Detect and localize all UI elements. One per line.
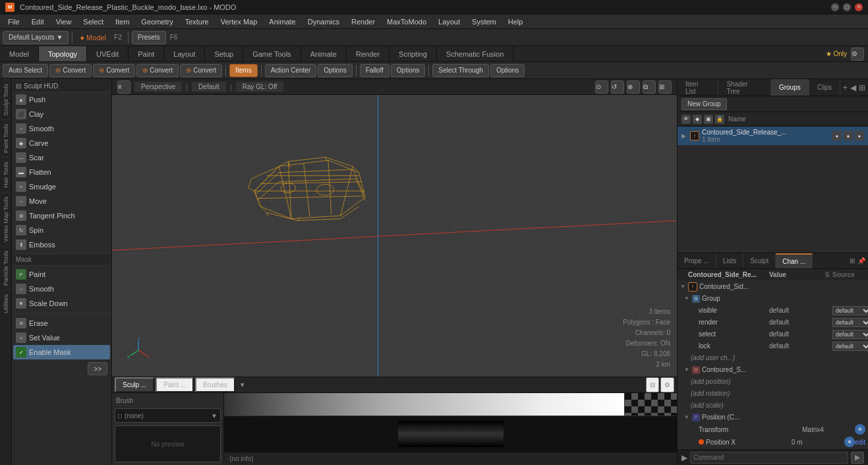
tool-smudge[interactable]: ≈ Smudge [13, 179, 110, 194]
vp-ctrl-4[interactable]: ⧉ [643, 80, 656, 94]
menu-edit[interactable]: Edit [26, 16, 49, 27]
tool-scale-down[interactable]: ▼ Scale Down [13, 296, 110, 311]
select-through-button[interactable]: Select Through [432, 64, 489, 77]
chan-visible-dropdown[interactable]: default [832, 306, 868, 315]
close-button[interactable]: ✕ [855, 3, 863, 11]
menu-dynamics[interactable]: Dynamics [303, 16, 345, 27]
tab-model[interactable]: Model [0, 46, 39, 61]
cmd-run-button[interactable]: ▶ [851, 452, 864, 464]
tab-game-tools[interactable]: Game Tools [243, 46, 301, 61]
tool-carve[interactable]: ◆ Carve [13, 136, 110, 150]
sidebar-hair-tools[interactable]: Hair Tools [1, 157, 11, 192]
vp-ctrl-1[interactable]: ⊙ [595, 80, 608, 94]
command-input[interactable] [690, 452, 848, 464]
viewport-menu-btn[interactable]: ≡ [117, 80, 130, 94]
tool-erase[interactable]: ✕ Erase [13, 316, 110, 330]
tab-paint-bottom[interactable]: Paint ... [156, 377, 194, 392]
chan-pos-x-edit[interactable]: edit [855, 439, 865, 446]
tab-render[interactable]: Render [347, 46, 390, 61]
menu-vertex-map[interactable]: Vertex Map [216, 16, 263, 27]
tab-brushes[interactable]: Brushes [195, 377, 235, 392]
vp-ctrl-5[interactable]: ⊞ [658, 80, 672, 94]
lock-toggle[interactable]: ● [855, 131, 864, 140]
tool-enable-mask[interactable]: ✓ Enable Mask [13, 345, 110, 359]
chan-row-add-rot[interactable]: (add rotation) [678, 388, 868, 400]
convert-btn-4[interactable]: ⊕ Convert [180, 64, 222, 77]
render-toggle[interactable]: ● [844, 131, 853, 140]
tool-move[interactable]: ↔ Move [13, 194, 110, 208]
options-btn-3[interactable]: Options [490, 64, 525, 77]
perspective-label[interactable]: Perspective [134, 82, 182, 92]
maximize-button[interactable]: □ [843, 3, 851, 11]
chan-expand-pos-sec[interactable]: ▼ [684, 414, 692, 420]
tab-clips[interactable]: Clips [809, 79, 840, 96]
vis-toggle[interactable]: ● [832, 131, 842, 140]
action-center-button[interactable]: Action Center [265, 64, 317, 77]
menu-item[interactable]: Item [110, 16, 134, 27]
ray-gl-label[interactable]: Ray GL: Off [236, 82, 284, 92]
menu-select[interactable]: Select [78, 16, 109, 27]
tab-lists[interactable]: Lists [716, 253, 744, 268]
tab-layout[interactable]: Layout [164, 46, 205, 61]
tool-mask-paint[interactable]: P Paint [13, 267, 110, 282]
convert-btn-3[interactable]: ⊕ Convert [136, 64, 179, 77]
convert-btn-2[interactable]: ⊕ Convert [93, 64, 135, 77]
chan-select-dropdown[interactable]: default [832, 330, 868, 339]
chan-transform-link[interactable]: ⊕ [855, 424, 865, 435]
expand-panel-icon[interactable]: ⊞ [859, 83, 865, 92]
vp-ctrl-3[interactable]: ⊕ [627, 80, 640, 94]
props-expand-icon[interactable]: ⊞ [850, 257, 855, 264]
plus-icon[interactable]: + [843, 83, 848, 92]
tab-channels[interactable]: Chan ... [776, 253, 813, 268]
tab-properties[interactable]: Prope ... [678, 253, 716, 268]
tool-scar[interactable]: — Scar [13, 150, 110, 165]
tab-uvedit[interactable]: UVEdit [87, 46, 129, 61]
cmd-arrow[interactable]: ▶ [681, 453, 687, 462]
menu-layout[interactable]: Layout [433, 16, 465, 27]
tool-set-value[interactable]: = Set Value [13, 330, 110, 345]
tab-animate[interactable]: Animate [301, 46, 347, 61]
tab-sculpt-props[interactable]: Sculpt [743, 253, 776, 268]
chan-expand-root[interactable]: ▼ [680, 284, 688, 290]
tool-flatten[interactable]: ▬ Flatten [13, 165, 110, 179]
tab-sculpt[interactable]: Sculp ... [115, 377, 154, 392]
chan-row-add-pos[interactable]: (add position) [678, 376, 868, 388]
bottom-expand-btn[interactable]: ▼ [237, 377, 248, 392]
viewport-3d[interactable]: x y z 3 Items Polygons : Face Channels: … [112, 95, 677, 377]
items-button[interactable]: Items [229, 64, 257, 77]
tool-clay[interactable]: ⬛ Clay [13, 107, 110, 121]
tab-scripting[interactable]: Scripting [390, 46, 437, 61]
bottom-float-btn[interactable]: ⊟ [646, 377, 659, 392]
options-btn-2[interactable]: Options [391, 64, 425, 77]
menu-help[interactable]: Help [503, 16, 529, 27]
chan-expand-group[interactable]: ▼ [684, 295, 692, 301]
convert-btn-1[interactable]: ⊕ Convert [49, 64, 92, 77]
menu-render[interactable]: Render [346, 16, 380, 27]
tab-item-list[interactable]: Item List [678, 79, 718, 96]
tool-tangent-pinch[interactable]: ⊕ Tangent Pinch [13, 208, 110, 223]
sidebar-particle-tools[interactable]: Particle Tools [1, 246, 11, 290]
menu-geometry[interactable]: Geometry [136, 16, 178, 27]
sidebar-vertex-map-tools[interactable]: Vertex Map Tools [1, 192, 11, 246]
tab-paint[interactable]: Paint [129, 46, 164, 61]
presets-button[interactable]: Presets [132, 31, 166, 44]
tab-shader-tree[interactable]: Shader Tree [718, 79, 771, 96]
tool-smooth[interactable]: ~ Smooth [13, 121, 110, 136]
default-layouts-button[interactable]: Default Layouts ▼ [3, 31, 69, 44]
chan-row-add-scale[interactable]: (add scale) [678, 400, 868, 412]
sidebar-sculpt-tools[interactable]: Sculpt Tools [1, 79, 11, 119]
default-label[interactable]: Default [192, 82, 226, 92]
chevron-left-icon[interactable]: ◀ [850, 83, 856, 92]
expand-button[interactable]: >> [88, 362, 107, 375]
chan-pos-x-link[interactable]: ⊕ [844, 437, 855, 447]
settings-button[interactable]: ⚙ [851, 47, 864, 61]
minimize-button[interactable]: ─ [831, 3, 839, 11]
menu-file[interactable]: File [3, 16, 25, 27]
chan-render-dropdown[interactable]: default [832, 318, 868, 327]
vp-ctrl-2[interactable]: ↺ [611, 80, 624, 94]
menu-animate[interactable]: Animate [264, 16, 301, 27]
options-btn-1[interactable]: Options [318, 64, 352, 77]
chan-lock-dropdown[interactable]: default [832, 342, 868, 351]
tool-mask-smooth[interactable]: ~ Smooth [13, 282, 110, 296]
menu-maxtomodo[interactable]: MaxToModo [382, 16, 432, 27]
